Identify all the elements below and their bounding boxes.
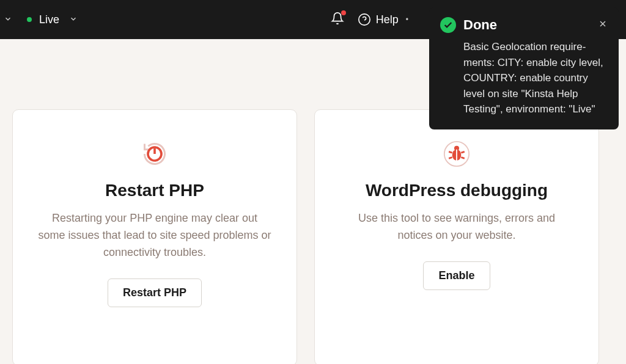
notification-badge-icon — [341, 10, 346, 15]
svg-line-10 — [449, 151, 452, 153]
enable-debugging-button[interactable]: Enable — [423, 261, 490, 290]
svg-line-11 — [461, 151, 465, 153]
card-title: Restart PHP — [37, 181, 272, 200]
status-dot-icon — [27, 17, 32, 22]
svg-line-13 — [461, 158, 465, 159]
close-icon — [598, 19, 608, 29]
power-icon — [140, 139, 169, 169]
toast-body: Basic Geolocation require­ments: CITY: e… — [463, 39, 608, 117]
toast-notification: Done Basic Geolocation require­ments: CI… — [429, 7, 619, 129]
card-title: WordPress debugging — [339, 181, 574, 200]
wordpress-debugging-card: WordPress debugging Use this tool to see… — [314, 109, 599, 364]
bug-icon — [442, 139, 471, 169]
chevron-down-icon — [4, 15, 12, 25]
help-indicator-icon: • — [406, 15, 408, 24]
svg-line-12 — [449, 158, 452, 159]
environment-dropdown[interactable]: Live — [32, 13, 78, 26]
help-label: Help — [376, 13, 399, 26]
toast-title: Done — [463, 17, 591, 33]
notifications-button[interactable] — [331, 12, 344, 27]
environment-label: Live — [39, 13, 59, 26]
card-description: Restarting your PHP engine may clear out… — [37, 210, 272, 261]
card-description: Use this tool to see warnings, errors an… — [339, 210, 574, 244]
success-check-icon — [440, 17, 456, 33]
restart-php-button[interactable]: Restart PHP — [108, 278, 202, 307]
help-circle-icon — [358, 13, 371, 26]
site-dropdown[interactable] — [4, 15, 12, 25]
restart-php-card: Restart PHP Restarting your PHP engine m… — [12, 109, 297, 364]
svg-point-0 — [359, 14, 370, 25]
chevron-down-icon — [69, 15, 78, 25]
toast-close-button[interactable] — [598, 19, 608, 32]
help-button[interactable]: Help • — [358, 13, 408, 26]
